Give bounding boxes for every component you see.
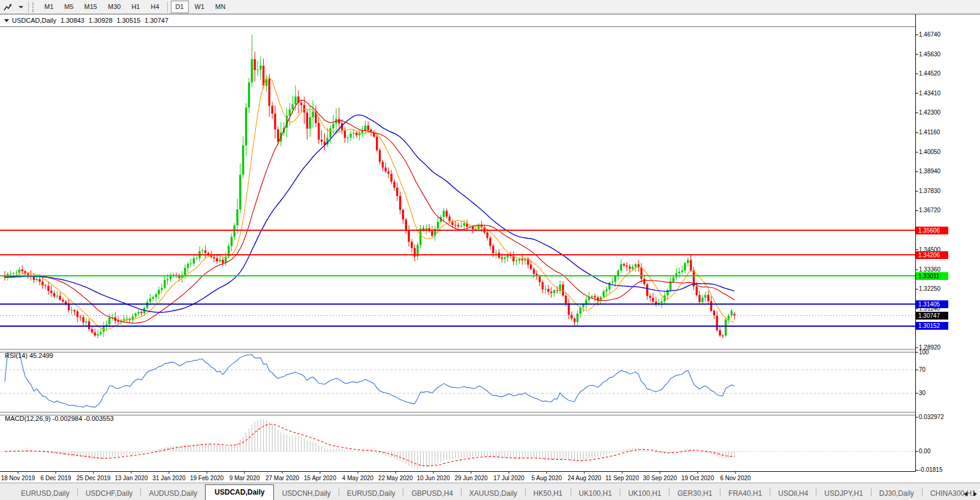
date-tick-label: 29 Jun 2020 [454,475,487,481]
date-tick-label: 22 May 2020 [378,475,413,481]
ohlc-low: 1.30515 [117,17,141,24]
price-tick-label: 1.38940 [919,168,940,174]
toolbar-separator [167,2,168,13]
chevron-down-icon[interactable] [14,1,26,13]
macd-panel-separator[interactable] [0,412,915,415]
date-tick-label: 6 Dec 2019 [40,475,71,481]
date-tick-label: 30 Sep 2020 [643,475,677,481]
date-tick-label: 19 Feb 2020 [190,475,224,481]
timeframe-button-mn[interactable]: MN [210,1,230,13]
ohlc-close: 1.30747 [144,17,168,24]
timeframe-button-m30[interactable]: M30 [103,1,125,13]
date-tick-label: 11 Sep 2020 [605,475,639,481]
mt4-terminal: M1M5M15M30H1H4D1W1MN USDCAD,Daily 1.3084… [0,0,980,500]
level-price-badge: 1.31405 [916,300,948,308]
chart-tab-ger30-h1[interactable]: GER30,H1 [670,487,720,500]
date-tick-label: 18 Nov 2019 [1,475,35,481]
price-tick-label: 1.41160 [919,129,940,135]
chart-tab-usdcad-daily[interactable]: USDCAD,Daily [205,484,274,500]
date-tick-label: 15 Apr 2020 [304,475,336,481]
collapse-icon[interactable] [4,19,9,22]
timeframe-button-d1[interactable]: D1 [171,1,189,13]
chart-tab-dj30-daily[interactable]: DJ30,Daily [872,487,922,500]
symbol-period-label: USDCAD,Daily [12,17,56,24]
macd-tick-label: 0.00 [919,448,930,454]
chart-tab-usdcnh-daily[interactable]: USDCNH,Daily [274,487,338,500]
chart-tool-icon[interactable] [1,1,14,13]
tab-scroll-left-icon[interactable] [964,492,967,496]
title-underline [0,26,915,27]
chart-tab-gbpusd-h4[interactable]: GBPUSD,H4 [403,487,460,500]
price-tick-label: 1.40050 [919,149,940,155]
date-tick-label: 4 May 2020 [342,475,373,481]
toolbar-grip[interactable] [32,2,35,12]
tab-bar: EURUSD,DailyUSDCHF,DailyAUDUSD,DailyUSDC… [0,483,980,500]
chart-tab-uk100-h1[interactable]: UK100,H1 [620,487,669,500]
date-tick-label: 17 Jul 2020 [493,475,524,481]
rsi-tick-label: 30 [919,390,925,396]
timeframe-button-w1[interactable]: W1 [190,1,210,13]
price-tick-label: 1.36720 [919,207,940,213]
toolbar-separator [28,2,29,13]
timeframe-button-m5[interactable]: M5 [59,1,78,13]
price-tick-label: 1.44520 [919,70,940,77]
price-axis-line [915,14,916,472]
ohlc-high: 1.30928 [89,17,113,24]
price-tick-label: 1.37830 [919,188,940,194]
chart-tab-hk50-h1[interactable]: HK50,H1 [526,487,571,500]
rsi-panel-separator[interactable] [0,349,915,353]
tab-scroll-right-icon[interactable] [973,492,977,496]
timeframe-button-m15[interactable]: M15 [80,1,102,13]
price-tick-label: 1.46740 [919,31,940,38]
date-tick-label: 19 Oct 2020 [682,475,714,481]
price-tick-label: 1.45630 [919,51,940,58]
chart-tab-usdchf-daily[interactable]: USDCHF,Daily [78,487,141,500]
date-tick-label: 9 Mar 2020 [230,475,260,481]
level-price-badge: 1.33011 [916,272,948,280]
chart-tab-usdjpy-h1[interactable]: USDJPY,H1 [816,487,870,500]
price-tick-label: 1.32250 [919,285,940,292]
chart-title: USDCAD,Daily 1.30843 1.30928 1.30515 1.3… [4,17,168,24]
chart-tab-eurusd-daily[interactable]: EURUSD,Daily [339,487,403,500]
zigzag-cursor-icon [4,3,12,11]
ohlc-open: 1.30843 [61,17,85,24]
date-tick-label: 25 Dec 2019 [77,475,111,481]
timeframe-toolbar: M1M5M15M30H1H4D1W1MN [0,0,980,14]
chart-tab-xauusd-daily[interactable]: XAUUSD,Daily [462,487,525,500]
rsi-tick-label: 100 [919,349,929,356]
time-axis-line [0,471,916,472]
price-tick-label: 1.42300 [919,109,940,116]
level-price-badge: 1.35606 [916,227,948,234]
date-tick-label: 10 Jun 2020 [417,475,450,481]
chart-tab-fra40-h1[interactable]: FRA40,H1 [720,487,770,500]
date-tick-label: 24 Aug 2020 [568,475,601,481]
rsi-label: RSI(14) 45.2499 [5,352,53,359]
chart-tab-audusd-daily[interactable]: AUDUSD,Daily [141,487,205,500]
macd-label: MACD(12,26,9) -0.002984 -0.003553 [5,415,114,422]
date-tick-label: 31 Jan 2020 [152,475,185,481]
current-price-badge: 1.30747 [916,312,948,320]
timeframe-button-m1[interactable]: M1 [40,1,58,13]
rsi-tick-label: 70 [919,366,925,373]
chart-tab-uk100-h1[interactable]: UK100,H1 [571,487,620,500]
level-price-badge: 1.34206 [916,251,948,259]
date-tick-label: 13 Jan 2020 [114,475,147,481]
date-tick-label: 27 Mar 2020 [266,475,299,481]
chart-tab-eurusd-daily[interactable]: EURUSD,Daily [13,487,77,500]
timeframe-button-h1[interactable]: H1 [126,1,144,13]
level-price-badge: 1.30152 [916,322,948,330]
macd-tick-label: 0.032972 [919,414,944,420]
date-tick-label: 5 Aug 2020 [532,475,562,481]
chart-tab-usoil-h4[interactable]: USOil,H4 [770,487,816,500]
price-tick-label: 1.43410 [919,90,940,97]
chart-window[interactable]: USDCAD,Daily 1.30843 1.30928 1.30515 1.3… [0,14,980,483]
macd-tick-label: -0.01815 [919,466,942,473]
timeframe-button-h4[interactable]: H4 [146,1,164,13]
date-tick-label: 6 Nov 2020 [720,475,750,481]
